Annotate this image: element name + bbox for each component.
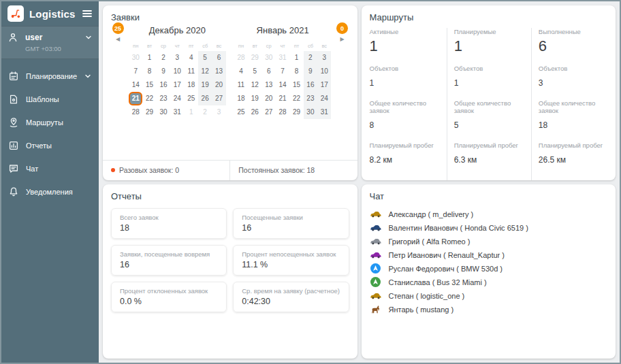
chat-contact-row[interactable]: Станислава ( Bus 32 Miami ) [370,276,608,289]
calendar-day[interactable]: 5 [198,51,212,65]
calendar-day[interactable]: 1 [185,105,198,119]
calendar-day[interactable]: 3 [212,105,225,119]
sidebar-item-routes[interactable]: Маршруты [1,111,99,134]
calendar-day[interactable]: 12 [198,65,212,78]
calendar-day[interactable]: 8 [142,65,156,78]
user-section[interactable]: user GMT +03:00 [1,26,99,59]
calendar-day[interactable]: 11 [185,65,198,78]
chat-contact-row[interactable]: Петр Иванович ( Renault_Kaptur ) [370,248,608,262]
calendar-day[interactable]: 13 [262,78,276,92]
sidebar-item-planning[interactable]: Планирование [1,65,99,88]
calendar-day[interactable]: 27 [262,105,276,119]
hamburger-icon[interactable] [81,7,93,20]
calendar-day[interactable]: 7 [129,65,142,78]
calendar-day[interactable]: 7 [276,65,289,78]
sidebar-item-label: Маршруты [26,118,92,127]
calendar-day[interactable]: 9 [304,65,317,78]
calendar-day[interactable]: 25 [185,92,198,105]
calendar-day[interactable]: 22 [289,92,303,105]
calendar-day[interactable]: 15 [142,78,156,92]
prev-month-arrow-icon[interactable]: ◀ [116,36,120,43]
calendar-day[interactable]: 2 [157,51,170,65]
calendar-day[interactable]: 30 [157,105,170,119]
user-name: user [25,33,78,42]
chat-contact-row[interactable]: Руслан Федорович ( BMW 530d ) [370,262,608,276]
calendar-day[interactable]: 10 [170,65,184,78]
calendar-day[interactable]: 6 [212,51,225,65]
calendar-day[interactable]: 29 [248,51,261,65]
calendar-day[interactable]: 25 [234,105,248,119]
calendar-day[interactable]: 22 [142,92,156,105]
calendar-day[interactable]: 19 [248,92,261,105]
calendar-day[interactable]: 11 [234,78,248,92]
calendar-day[interactable]: 24 [170,92,184,105]
next-month-arrow-icon[interactable]: ▶ [340,36,344,43]
calendar-day[interactable]: 30 [262,51,276,65]
calendar-day[interactable]: 21 [276,92,289,105]
calendar-day[interactable]: 28 [276,105,289,119]
calendar-day[interactable]: 3 [317,51,331,65]
chat-contact-row[interactable]: Александр ( m_delivery ) [370,208,608,221]
calendar-day[interactable]: 1 [142,51,156,65]
calendar-day[interactable]: 14 [129,78,142,92]
calendar-weekday-label: пт [289,41,303,51]
calendar-day[interactable]: 20 [262,92,276,105]
calendar-day[interactable]: 23 [157,92,170,105]
sidebar-item-chat[interactable]: Чат [1,157,99,180]
calendar-day[interactable]: 27 [212,92,225,105]
calendar-day[interactable]: 29 [289,105,303,119]
calendar-day[interactable]: 10 [317,65,331,78]
calendar-day[interactable]: 9 [157,65,170,78]
brand-row: Logistics [1,1,99,26]
calendar-day[interactable]: 20 [212,78,225,92]
calendar-day[interactable]: 31 [276,51,289,65]
calendar-day[interactable]: 17 [317,78,331,92]
calendar-day[interactable]: 31 [317,105,331,119]
calendar-month: Декабрь 2020пнвтсрчтптсбвс30123456789101… [129,24,226,119]
calendar-day[interactable]: 2 [304,51,317,65]
calendar-day[interactable]: 12 [248,78,261,92]
calendar-day[interactable]: 14 [276,78,289,92]
sidebar-item-notifications[interactable]: Уведомления [1,180,99,203]
calendar-day[interactable]: 31 [170,105,184,119]
next-month-badge[interactable]: 0 [336,22,348,34]
sidebar-item-reports[interactable]: Отчеты [1,134,99,157]
calendar-day[interactable]: 28 [129,105,142,119]
calendar-day[interactable]: 16 [304,78,317,92]
calendar-day[interactable]: 19 [198,78,212,92]
chat-contact-row[interactable]: Григорий ( Alfa Romeo ) [370,235,608,248]
calendar-day[interactable]: 18 [234,92,248,105]
calendar-day[interactable]: 13 [212,65,225,78]
chat-contact-row[interactable]: Янтарь ( mustang ) [370,303,608,316]
calendar-day[interactable]: 1 [289,51,303,65]
chat-contact-name: Петр Иванович ( Renault_Kaptur ) [389,251,505,259]
calendar-day[interactable]: 16 [157,78,170,92]
chat-contact-row[interactable]: Степан ( logistic_one ) [370,289,608,303]
calendar-day[interactable]: 30 [129,51,142,65]
calendar-day[interactable]: 15 [289,78,303,92]
calendar-day[interactable]: 4 [234,65,248,78]
calendar-day[interactable]: 6 [262,65,276,78]
calendar-day[interactable]: 17 [170,78,184,92]
calendar-day[interactable]: 29 [142,105,156,119]
calendar-day[interactable]: 26 [198,92,212,105]
prev-month-badge[interactable]: 25 [112,22,124,34]
calendar-day[interactable]: 2 [198,105,212,119]
calendar-day[interactable]: 4 [185,51,198,65]
chevron-down-icon [84,33,93,42]
calendar-day[interactable]: 28 [234,51,248,65]
calendar-day[interactable]: 18 [185,78,198,92]
calendar-day[interactable]: 23 [304,92,317,105]
calendar-weekday-label: пт [185,41,198,51]
calendar-day[interactable]: 3 [170,51,184,65]
calendar-day[interactable]: 24 [317,92,331,105]
calendar-day[interactable]: 30 [304,105,317,119]
calendar-day[interactable]: 8 [289,65,303,78]
calendar-day[interactable]: 5 [248,65,261,78]
requests-footer-stat: Постоянных заявок: 18 [229,161,357,180]
calendar-day-selected[interactable]: 21 [129,92,142,105]
chat-contact-row[interactable]: Валентин Иванович ( Honda Civic 6519 ) [370,221,608,235]
sidebar-item-templates[interactable]: Шаблоны [1,88,99,111]
calendar-day[interactable]: 26 [248,105,261,119]
sidebar-item-label: Шаблоны [26,95,92,103]
